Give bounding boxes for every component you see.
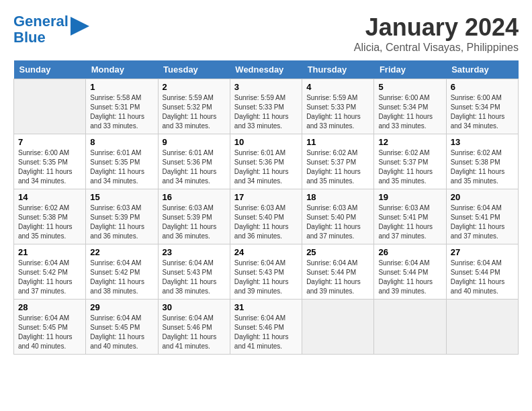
day-number: 12 <box>378 137 441 147</box>
day-info: Sunrise: 6:04 AM Sunset: 5:44 PM Dayligh… <box>451 259 514 296</box>
calendar-cell: 3Sunrise: 5:59 AM Sunset: 5:33 PM Daylig… <box>230 79 302 134</box>
day-info: Sunrise: 6:03 AM Sunset: 5:40 PM Dayligh… <box>306 203 369 241</box>
day-number: 15 <box>90 192 153 202</box>
day-number: 21 <box>18 247 81 257</box>
day-info: Sunrise: 5:59 AM Sunset: 5:32 PM Dayligh… <box>163 93 226 131</box>
logo-line1: General <box>13 13 69 30</box>
day-info: Sunrise: 6:04 AM Sunset: 5:43 PM Dayligh… <box>163 259 226 296</box>
day-info: Sunrise: 6:04 AM Sunset: 5:41 PM Dayligh… <box>451 203 514 241</box>
calendar-cell: 15Sunrise: 6:03 AM Sunset: 5:39 PM Dayli… <box>86 189 158 244</box>
day-number: 24 <box>234 247 298 257</box>
day-info: Sunrise: 5:58 AM Sunset: 5:31 PM Dayligh… <box>90 93 153 131</box>
calendar-table: SundayMondayTuesdayWednesdayThursdayFrid… <box>13 60 519 355</box>
day-number: 10 <box>234 137 298 147</box>
calendar-cell: 2Sunrise: 5:59 AM Sunset: 5:32 PM Daylig… <box>158 79 230 134</box>
calendar-cell: 28Sunrise: 6:04 AM Sunset: 5:45 PM Dayli… <box>14 300 86 355</box>
day-info: Sunrise: 6:04 AM Sunset: 5:42 PM Dayligh… <box>90 259 153 296</box>
day-number: 20 <box>451 192 514 202</box>
calendar-cell: 21Sunrise: 6:04 AM Sunset: 5:42 PM Dayli… <box>14 244 86 300</box>
calendar-cell: 9Sunrise: 6:01 AM Sunset: 5:36 PM Daylig… <box>158 134 230 189</box>
day-number: 3 <box>234 82 298 92</box>
day-info: Sunrise: 6:03 AM Sunset: 5:40 PM Dayligh… <box>234 203 298 241</box>
weekday-header-monday: Monday <box>86 60 158 79</box>
day-number: 25 <box>306 247 369 257</box>
calendar-cell: 13Sunrise: 6:02 AM Sunset: 5:38 PM Dayli… <box>446 134 518 189</box>
calendar-cell: 19Sunrise: 6:03 AM Sunset: 5:41 PM Dayli… <box>374 189 446 244</box>
calendar-cell: 11Sunrise: 6:02 AM Sunset: 5:37 PM Dayli… <box>302 134 374 189</box>
calendar-cell: 8Sunrise: 6:01 AM Sunset: 5:35 PM Daylig… <box>86 134 158 189</box>
calendar-week-1: 1Sunrise: 5:58 AM Sunset: 5:31 PM Daylig… <box>14 79 519 134</box>
calendar-cell: 23Sunrise: 6:04 AM Sunset: 5:43 PM Dayli… <box>158 244 230 300</box>
calendar-cell: 30Sunrise: 6:04 AM Sunset: 5:46 PM Dayli… <box>158 300 230 355</box>
day-number: 13 <box>451 137 514 147</box>
calendar-cell: 6Sunrise: 6:00 AM Sunset: 5:34 PM Daylig… <box>446 79 518 134</box>
weekday-header-tuesday: Tuesday <box>158 60 230 79</box>
calendar-cell: 7Sunrise: 6:00 AM Sunset: 5:35 PM Daylig… <box>14 134 86 189</box>
day-info: Sunrise: 6:02 AM Sunset: 5:38 PM Dayligh… <box>451 148 514 186</box>
day-info: Sunrise: 6:02 AM Sunset: 5:38 PM Dayligh… <box>18 203 81 241</box>
day-info: Sunrise: 6:01 AM Sunset: 5:36 PM Dayligh… <box>163 148 226 186</box>
day-number: 27 <box>451 247 514 257</box>
weekday-header-saturday: Saturday <box>446 60 518 79</box>
day-info: Sunrise: 6:00 AM Sunset: 5:34 PM Dayligh… <box>378 93 441 131</box>
day-number: 19 <box>378 192 441 202</box>
day-number: 17 <box>234 192 298 202</box>
day-info: Sunrise: 6:03 AM Sunset: 5:41 PM Dayligh… <box>378 203 441 241</box>
day-number: 31 <box>234 302 298 312</box>
calendar-week-5: 28Sunrise: 6:04 AM Sunset: 5:45 PM Dayli… <box>14 300 519 355</box>
calendar-cell: 17Sunrise: 6:03 AM Sunset: 5:40 PM Dayli… <box>230 189 302 244</box>
day-info: Sunrise: 6:04 AM Sunset: 5:45 PM Dayligh… <box>90 314 153 351</box>
day-info: Sunrise: 6:04 AM Sunset: 5:46 PM Dayligh… <box>234 314 298 351</box>
calendar-cell <box>374 300 446 355</box>
day-number: 7 <box>18 137 81 147</box>
calendar-cell: 31Sunrise: 6:04 AM Sunset: 5:46 PM Dayli… <box>230 300 302 355</box>
calendar-cell: 29Sunrise: 6:04 AM Sunset: 5:45 PM Dayli… <box>86 300 158 355</box>
logo-text: General Blue <box>13 13 69 46</box>
calendar-cell: 14Sunrise: 6:02 AM Sunset: 5:38 PM Dayli… <box>14 189 86 244</box>
day-number: 11 <box>306 137 369 147</box>
calendar-week-3: 14Sunrise: 6:02 AM Sunset: 5:38 PM Dayli… <box>14 189 519 244</box>
day-info: Sunrise: 6:00 AM Sunset: 5:35 PM Dayligh… <box>18 148 81 186</box>
calendar-cell <box>446 300 518 355</box>
calendar-week-2: 7Sunrise: 6:00 AM Sunset: 5:35 PM Daylig… <box>14 134 519 189</box>
day-info: Sunrise: 6:02 AM Sunset: 5:37 PM Dayligh… <box>378 148 441 186</box>
day-number: 29 <box>90 302 153 312</box>
day-info: Sunrise: 6:03 AM Sunset: 5:39 PM Dayligh… <box>163 203 226 241</box>
calendar-cell: 16Sunrise: 6:03 AM Sunset: 5:39 PM Dayli… <box>158 189 230 244</box>
day-info: Sunrise: 6:02 AM Sunset: 5:37 PM Dayligh… <box>306 148 369 186</box>
calendar-header-row: SundayMondayTuesdayWednesdayThursdayFrid… <box>14 60 519 79</box>
day-number: 9 <box>163 137 226 147</box>
day-info: Sunrise: 6:01 AM Sunset: 5:35 PM Dayligh… <box>90 148 153 186</box>
calendar-cell: 5Sunrise: 6:00 AM Sunset: 5:34 PM Daylig… <box>374 79 446 134</box>
day-info: Sunrise: 6:01 AM Sunset: 5:36 PM Dayligh… <box>234 148 298 186</box>
calendar-cell: 22Sunrise: 6:04 AM Sunset: 5:42 PM Dayli… <box>86 244 158 300</box>
day-number: 18 <box>306 192 369 202</box>
calendar-cell: 24Sunrise: 6:04 AM Sunset: 5:43 PM Dayli… <box>230 244 302 300</box>
day-number: 5 <box>378 82 441 92</box>
weekday-header-thursday: Thursday <box>302 60 374 79</box>
day-info: Sunrise: 6:04 AM Sunset: 5:42 PM Dayligh… <box>18 259 81 296</box>
day-info: Sunrise: 5:59 AM Sunset: 5:33 PM Dayligh… <box>234 93 298 131</box>
day-number: 23 <box>163 247 226 257</box>
day-info: Sunrise: 6:00 AM Sunset: 5:34 PM Dayligh… <box>451 93 514 131</box>
calendar-week-4: 21Sunrise: 6:04 AM Sunset: 5:42 PM Dayli… <box>14 244 519 300</box>
calendar-cell: 4Sunrise: 5:59 AM Sunset: 5:33 PM Daylig… <box>302 79 374 134</box>
day-number: 26 <box>378 247 441 257</box>
day-info: Sunrise: 6:04 AM Sunset: 5:44 PM Dayligh… <box>306 259 369 296</box>
day-info: Sunrise: 6:04 AM Sunset: 5:44 PM Dayligh… <box>378 259 441 296</box>
day-info: Sunrise: 5:59 AM Sunset: 5:33 PM Dayligh… <box>306 93 369 131</box>
calendar-cell <box>14 79 86 134</box>
day-number: 2 <box>163 82 226 92</box>
calendar-body: 1Sunrise: 5:58 AM Sunset: 5:31 PM Daylig… <box>14 79 519 355</box>
calendar-cell: 25Sunrise: 6:04 AM Sunset: 5:44 PM Dayli… <box>302 244 374 300</box>
location: Alicia, Central Visayas, Philippines <box>354 42 519 54</box>
logo-icon <box>71 17 89 36</box>
calendar-cell: 10Sunrise: 6:01 AM Sunset: 5:36 PM Dayli… <box>230 134 302 189</box>
calendar-cell: 20Sunrise: 6:04 AM Sunset: 5:41 PM Dayli… <box>446 189 518 244</box>
day-number: 6 <box>451 82 514 92</box>
logo-line2: Blue <box>13 29 46 46</box>
day-number: 28 <box>18 302 81 312</box>
day-number: 14 <box>18 192 81 202</box>
logo: General Blue <box>13 13 89 46</box>
day-info: Sunrise: 6:04 AM Sunset: 5:45 PM Dayligh… <box>18 314 81 351</box>
